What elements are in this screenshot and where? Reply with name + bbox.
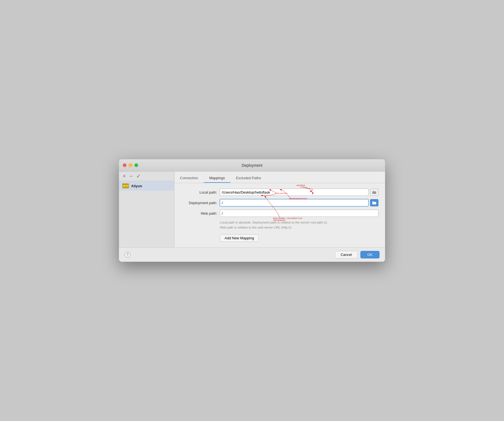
web-path-input[interactable] (220, 210, 378, 217)
tab-bar: Connection Mappings Excluded Paths (174, 171, 385, 183)
minimize-button[interactable] (129, 163, 132, 167)
svg-text:服务器上的部署路径，以刚才设置的用户主目录: 服务器上的部署路径，以刚才设置的用户主目录 (273, 218, 302, 219)
close-button[interactable] (123, 163, 126, 167)
add-new-mapping-button[interactable]: Add New Mapping (220, 234, 259, 242)
deployment-path-input[interactable] (220, 199, 368, 206)
web-path-row: Web path: (181, 210, 378, 217)
deployment-path-input-wrap (220, 199, 378, 206)
sidebar-toolbar: + − ✓ (119, 171, 174, 181)
svg-rect-3 (372, 201, 374, 202)
bottom-buttons: Cancel OK (335, 251, 380, 258)
title-bar: Deployment (119, 159, 385, 171)
maximize-button[interactable] (134, 163, 138, 167)
deployment-path-label: Deployment path: (181, 201, 220, 205)
confirm-button[interactable]: ✓ (136, 174, 141, 179)
svg-text:修改部署目录: 修改部署目录 (297, 184, 305, 186)
local-path-input[interactable] (220, 189, 368, 196)
remove-server-button[interactable]: − (129, 174, 133, 179)
web-path-label: Web path: (181, 211, 220, 215)
deployment-path-row: Deployment path: (181, 199, 378, 206)
sidebar: + − ✓ SFTP Aliyun (119, 171, 174, 247)
cancel-button[interactable]: Cancel (335, 251, 358, 258)
sidebar-item-label: Aliyun (131, 184, 142, 188)
deployment-path-browse-button[interactable] (370, 199, 378, 206)
local-path-label: Local path: (181, 190, 220, 194)
local-path-input-wrap (220, 189, 378, 196)
traffic-lights (123, 163, 138, 167)
local-path-browse-button[interactable] (370, 189, 378, 196)
bottom-bar: ? Cancel OK (119, 247, 385, 262)
window-title: Deployment (242, 163, 263, 168)
svg-rect-2 (372, 202, 376, 204)
sidebar-item-aliyun[interactable]: SFTP Aliyun (119, 181, 174, 191)
hint-text: Local path is absolute. Deployment path … (220, 220, 378, 230)
content-area: Connection Mappings Excluded Paths Local… (174, 171, 385, 247)
form-area: Local path: Deployment path: (174, 183, 385, 247)
tab-mappings[interactable]: Mappings (204, 174, 230, 183)
local-path-row: Local path: (181, 189, 378, 196)
tab-excluded-paths[interactable]: Excluded Paths (230, 174, 266, 183)
sftp-icon: SFTP (122, 183, 129, 188)
add-server-button[interactable]: + (122, 174, 126, 179)
web-path-input-wrap (220, 210, 378, 217)
svg-rect-0 (372, 191, 376, 194)
main-window: Deployment + − ✓ SFTP Aliyun Connection (119, 159, 385, 262)
main-layout: + − ✓ SFTP Aliyun Connection Mappings (119, 171, 385, 247)
ok-button[interactable]: OK (360, 251, 380, 258)
tab-connection[interactable]: Connection (174, 174, 204, 183)
help-button[interactable]: ? (124, 251, 131, 258)
svg-rect-1 (372, 191, 374, 192)
